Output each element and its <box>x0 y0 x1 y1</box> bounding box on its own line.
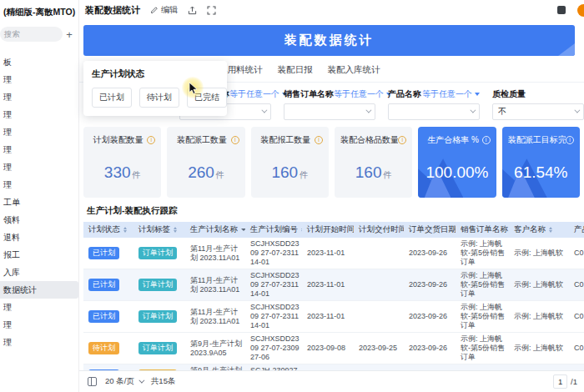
stat-card-label: 装配派工目标完成率 % <box>508 134 566 146</box>
filter-operator-link[interactable]: 等于任意一个 <box>229 88 287 100</box>
filter-group: 产品名称等于任意一个 <box>388 88 480 123</box>
page-title: 装配数据统计 <box>85 4 140 17</box>
fullscreen-icon[interactable] <box>207 6 216 15</box>
sort-icon[interactable] <box>549 227 552 233</box>
sidebar-item[interactable]: 理 <box>0 106 78 123</box>
current-page-box[interactable]: 1 <box>553 374 567 389</box>
status-option-button[interactable]: 已完结 <box>187 88 227 108</box>
column-header[interactable]: 计划标签 <box>133 222 185 238</box>
column-header[interactable]: 生产计划编号 <box>245 222 302 238</box>
stat-card-unit: 件 <box>300 170 308 179</box>
sort-down-icon[interactable] <box>241 229 245 231</box>
page-size-select[interactable]: 20 条/页 <box>105 376 143 387</box>
info-icon[interactable]: i <box>315 136 323 144</box>
tab[interactable]: 装配入库统计 <box>328 64 380 83</box>
column-header[interactable]: 销售订单名称 <box>456 222 509 238</box>
table-cell: 2023-09-05 <box>302 364 354 371</box>
sidebar-item[interactable]: 理 <box>0 176 78 193</box>
stat-card-label: 生产合格率 % <box>424 134 481 146</box>
info-icon[interactable]: i <box>482 136 491 144</box>
info-icon[interactable]: i <box>398 136 406 144</box>
sidebar-item[interactable]: 理 <box>0 88 78 106</box>
column-header[interactable]: 订单交货日期 <box>404 222 456 238</box>
table-cell: 2023-11-01 <box>302 269 354 301</box>
column-settings-icon[interactable] <box>88 377 97 386</box>
sidebar-menu: 板理理理理理理理工单领料退料报工入库数据统计理理理 <box>0 53 78 351</box>
filter-group: 质检质量不 <box>492 88 584 123</box>
sidebar: (精细版-离散MTO) 搜索 + 板理理理理理理理工单领料退料报工入库数据统计理… <box>0 0 79 392</box>
stat-card-value: 160件 <box>251 163 329 182</box>
edit-button[interactable]: 编辑 <box>150 4 178 16</box>
filter-select[interactable] <box>388 103 480 120</box>
plan-status-label: 生产计划状态 <box>92 68 219 80</box>
filter-select[interactable] <box>284 103 375 120</box>
table-cell <box>354 301 404 333</box>
stat-card-unit: 件 <box>384 170 392 179</box>
topbar: 装配数据统计 编辑 <box>79 0 584 21</box>
sidebar-item[interactable]: 板 <box>0 53 78 71</box>
table-cell: 示例: 上海帆软 <box>509 333 569 364</box>
filter-select[interactable]: 不 <box>492 103 584 120</box>
column-header[interactable]: 客户名称 <box>509 222 569 238</box>
status-option-button[interactable]: 已计划 <box>92 88 132 108</box>
table-row[interactable]: 已计划订单计划第11月-生产计划 2023.11A01SCJHXSDD2309 … <box>83 269 584 301</box>
table-cell: 2023-09-26 <box>404 269 456 301</box>
info-icon[interactable]: i <box>566 136 574 144</box>
table-row[interactable]: 已计划订单计划第11月-生产计划 2023.11A01SCJHXSDD2309 … <box>83 238 584 269</box>
table-cell: 示例: 上海帆软 <box>509 238 569 269</box>
column-header[interactable]: 计划开始时间 <box>302 222 354 238</box>
sidebar-item[interactable]: 理 <box>0 71 78 88</box>
filter-operator-link[interactable]: 等于任意一个 <box>422 88 480 100</box>
info-icon[interactable]: i <box>231 136 239 144</box>
column-header[interactable]: 产品名称 <box>569 222 584 238</box>
status-option-button[interactable]: 待计划 <box>139 88 179 108</box>
sidebar-item[interactable]: 理 <box>0 334 78 351</box>
tab[interactable]: 装配日报 <box>278 64 313 83</box>
export-icon[interactable] <box>188 6 197 15</box>
stat-card-label: 装配合格品数量 <box>340 134 398 146</box>
sidebar-item[interactable]: 理 <box>0 123 78 141</box>
sort-icon[interactable] <box>174 227 177 233</box>
filter-label: 质检质量 <box>492 88 526 100</box>
table-cell: SCJHXSDD2309 27-07-231114-01 <box>245 301 302 333</box>
stat-card: 生产合格率 %i100.00% <box>418 127 496 198</box>
table-cell: C0 <box>569 364 584 371</box>
sidebar-item[interactable]: 理 <box>0 158 78 176</box>
table-cell: 第11月-生产计划 2023.11A01 <box>185 269 245 301</box>
sort-icon[interactable] <box>123 227 127 233</box>
sidebar-item[interactable]: 工单 <box>0 193 78 211</box>
caret-down-icon <box>475 93 480 96</box>
table-cell: 2023-09-25 <box>354 333 404 364</box>
sidebar-item[interactable]: 退料 <box>0 229 78 246</box>
column-header[interactable]: 生产计划名称 <box>185 222 245 238</box>
table-row[interactable]: 已计划订单计划第11月-生产计划 2023.11A01SCJHXSDD2309 … <box>83 301 584 333</box>
sidebar-item[interactable]: 领料 <box>0 211 78 229</box>
filter-operator-link[interactable]: 等于任意一个 <box>334 88 391 100</box>
status-badge: 已计划 <box>88 310 119 323</box>
table-row[interactable]: 已计划库存计划第9月-生产计划 2023.9B04SCJH-230927-052… <box>83 364 584 371</box>
sidebar-item[interactable]: 理 <box>0 299 78 316</box>
sidebar-item[interactable]: 理 <box>0 316 78 334</box>
chevron-down-icon <box>574 108 580 113</box>
add-button[interactable]: + <box>63 28 76 41</box>
column-header[interactable]: 计划状态 <box>83 222 133 238</box>
chevron-down-icon <box>138 378 144 384</box>
sidebar-item[interactable]: 理 <box>0 141 78 158</box>
column-header[interactable]: 计划交付时间 <box>354 222 404 238</box>
sidebar-item[interactable]: 报工 <box>0 246 78 264</box>
search-input[interactable]: 搜索 <box>0 27 63 42</box>
app-title: (精细版-离散MTO) <box>0 5 78 27</box>
avatar[interactable] <box>577 4 584 17</box>
chevron-down-icon <box>470 108 476 113</box>
sidebar-item-active[interactable]: 数据统计 <box>0 281 78 299</box>
stat-cards: 计划装配数量i330件装配派工数量i260件装配报工数量i160件装配合格品数量… <box>83 127 580 198</box>
window-control-icon[interactable] <box>557 6 566 14</box>
tag-badge: 订单计划 <box>138 310 177 323</box>
table-cell: 示例: 上海帆软 <box>509 269 569 301</box>
sort-icon[interactable] <box>301 227 302 233</box>
stat-card: 装配派工目标完成率 %i61.54% <box>502 127 580 198</box>
info-icon[interactable]: i <box>147 136 155 144</box>
table-cell: 第9月-生产计划 2023.9A05 <box>185 333 245 364</box>
sidebar-item[interactable]: 入库 <box>0 264 78 281</box>
table-row[interactable]: 待计划订单计划第9月-生产计划 2023.9A05SCJHXSDD2309 27… <box>83 333 584 364</box>
